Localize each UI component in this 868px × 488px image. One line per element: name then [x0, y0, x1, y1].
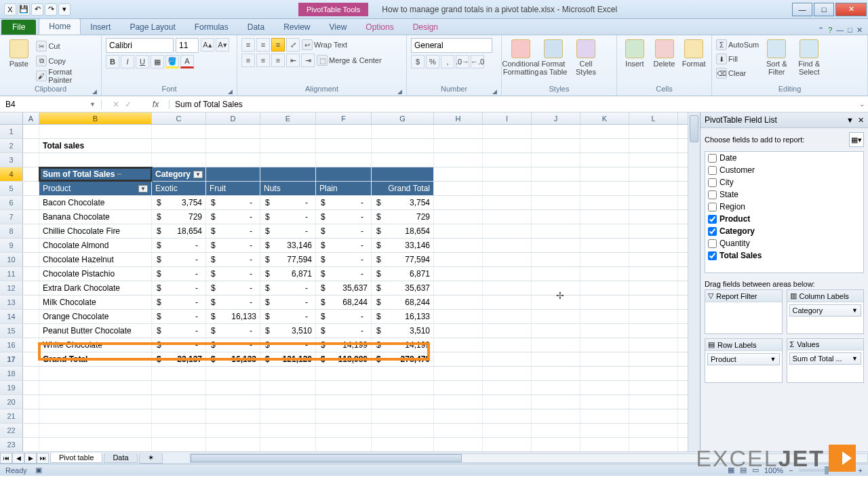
- col-header[interactable]: F: [316, 113, 372, 124]
- design-tab[interactable]: Design: [403, 20, 448, 35]
- format-as-table-button[interactable]: Format as Table: [538, 38, 568, 76]
- shrink-font-icon[interactable]: A▾: [216, 38, 229, 52]
- cell[interactable]: [483, 324, 532, 338]
- sort-filter-button[interactable]: Sort & Filter: [762, 38, 791, 76]
- cell[interactable]: [260, 367, 316, 380]
- cell[interactable]: [532, 310, 580, 323]
- cell[interactable]: [580, 324, 629, 338]
- cell[interactable]: Grand Total: [39, 352, 152, 366]
- cell[interactable]: [152, 125, 206, 138]
- cell[interactable]: $16,133: [206, 352, 260, 366]
- cell[interactable]: [532, 196, 580, 209]
- cell[interactable]: $729: [372, 210, 434, 224]
- first-sheet-icon[interactable]: ⏮: [0, 453, 12, 464]
- cell[interactable]: [434, 367, 483, 380]
- filter-dropdown-icon[interactable]: ▼: [193, 171, 203, 178]
- cell[interactable]: [629, 182, 678, 195]
- cell[interactable]: [372, 409, 434, 423]
- cell[interactable]: [260, 381, 316, 394]
- row-header[interactable]: 15: [0, 324, 23, 338]
- maximize-button[interactable]: □: [814, 3, 834, 16]
- field-checkbox[interactable]: Date: [705, 152, 863, 164]
- cell[interactable]: [629, 210, 678, 224]
- cell[interactable]: [483, 210, 532, 224]
- cell[interactable]: $-: [316, 267, 372, 281]
- cell[interactable]: [483, 367, 532, 380]
- cell[interactable]: [483, 239, 532, 252]
- col-header[interactable]: E: [260, 113, 316, 124]
- win-restore-icon[interactable]: □: [848, 26, 852, 35]
- align-right-icon[interactable]: ≡: [271, 54, 285, 67]
- cell[interactable]: [23, 196, 39, 209]
- col-header[interactable]: D: [206, 113, 260, 124]
- name-box[interactable]: B4▼: [0, 100, 102, 109]
- cell[interactable]: $-: [206, 239, 260, 252]
- cell[interactable]: [260, 139, 316, 152]
- filter-dropdown-icon[interactable]: ▼: [138, 185, 148, 192]
- cell[interactable]: [434, 196, 483, 209]
- row-header[interactable]: 14: [0, 310, 23, 323]
- cell[interactable]: [483, 352, 532, 366]
- cell[interactable]: [532, 367, 580, 380]
- cell[interactable]: [39, 125, 152, 138]
- col-header[interactable]: B: [39, 113, 152, 124]
- cell[interactable]: [23, 438, 39, 451]
- cell[interactable]: [580, 125, 629, 138]
- field-checkbox[interactable]: Category: [705, 225, 863, 237]
- align-left-icon[interactable]: ≡: [241, 54, 255, 67]
- cell[interactable]: [532, 153, 580, 167]
- win-min-icon[interactable]: —: [836, 26, 844, 35]
- cell[interactable]: $-: [260, 281, 316, 295]
- home-tab[interactable]: Home: [39, 18, 81, 35]
- cell[interactable]: [532, 424, 580, 437]
- cell[interactable]: [206, 153, 260, 167]
- cell[interactable]: [316, 125, 372, 138]
- cell[interactable]: [532, 324, 580, 338]
- cell[interactable]: [434, 424, 483, 437]
- cell[interactable]: [316, 395, 372, 409]
- cell[interactable]: [434, 324, 483, 338]
- cell[interactable]: $18,654: [152, 224, 206, 238]
- cell[interactable]: Grand Total: [372, 182, 434, 195]
- wrap-text-button[interactable]: ↩Wrap Text: [302, 38, 347, 52]
- cell[interactable]: [260, 167, 316, 181]
- cell[interactable]: [23, 296, 39, 309]
- underline-button[interactable]: U: [136, 55, 149, 68]
- cell[interactable]: [483, 438, 532, 451]
- font-color-button[interactable]: A: [180, 55, 194, 68]
- cell[interactable]: [580, 224, 629, 238]
- cell[interactable]: [580, 424, 629, 437]
- cell[interactable]: $68,244: [316, 296, 372, 309]
- cell[interactable]: [316, 381, 372, 394]
- cell[interactable]: [372, 125, 434, 138]
- cell[interactable]: $-: [316, 224, 372, 238]
- cell[interactable]: $18,654: [372, 224, 434, 238]
- cell[interactable]: $-: [316, 253, 372, 266]
- cell[interactable]: [434, 409, 483, 423]
- cell[interactable]: $35,637: [372, 281, 434, 295]
- cell[interactable]: Orange Chocolate: [39, 310, 152, 323]
- select-all-corner[interactable]: [0, 113, 23, 124]
- cell[interactable]: $-: [206, 296, 260, 309]
- next-sheet-icon[interactable]: ▶: [24, 453, 37, 464]
- cell[interactable]: [23, 125, 39, 138]
- cell[interactable]: [532, 239, 580, 252]
- cell[interactable]: [434, 296, 483, 309]
- cell[interactable]: Plain: [316, 182, 372, 195]
- cell[interactable]: [532, 182, 580, 195]
- cell[interactable]: [372, 424, 434, 437]
- cell[interactable]: $16,133: [372, 310, 434, 323]
- cell[interactable]: [206, 438, 260, 451]
- cell[interactable]: [483, 424, 532, 437]
- cell[interactable]: [629, 167, 678, 181]
- cond-format-button[interactable]: Conditional Formatting: [506, 38, 536, 76]
- undo-icon[interactable]: ↶: [31, 3, 43, 16]
- field-checkbox[interactable]: City: [705, 176, 863, 188]
- font-name-input[interactable]: [106, 38, 174, 53]
- cell[interactable]: [629, 139, 678, 152]
- cell[interactable]: [23, 253, 39, 266]
- cell[interactable]: Category▼: [152, 167, 206, 181]
- clipboard-dialog-icon[interactable]: ◢: [92, 88, 97, 95]
- cell[interactable]: [580, 310, 629, 323]
- cell[interactable]: [532, 352, 580, 366]
